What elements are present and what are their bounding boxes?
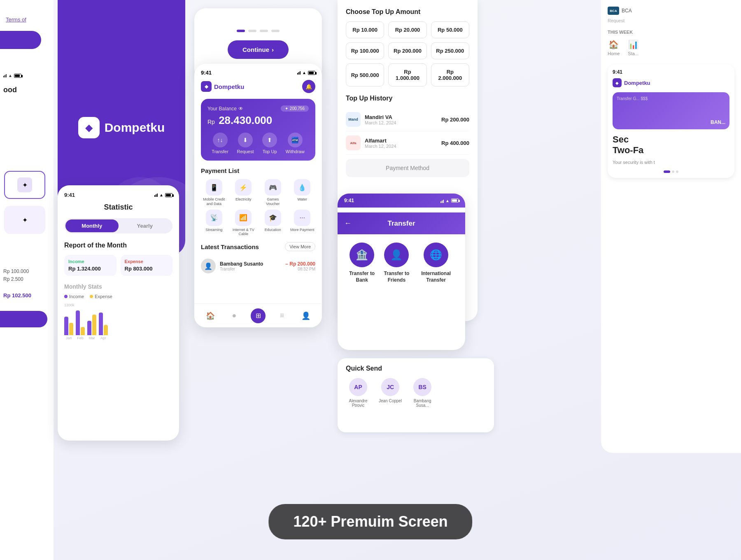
notification-bell[interactable]: 🔔 xyxy=(302,80,315,93)
chart-col-label-4: Apr xyxy=(100,336,106,340)
frp-inner-phone: 9:41 ◆ Dompetku Transfer G... $$$ BAN...… xyxy=(608,64,734,178)
mp-header: ◆ Dompetku 🔔 xyxy=(201,80,315,93)
tx-time: 08:32 PM xyxy=(285,267,315,271)
request-label: Request xyxy=(237,149,254,154)
games-icon: 🎮 xyxy=(265,179,281,196)
stats-signal xyxy=(154,194,158,197)
stats-phone-icons: ▲ xyxy=(154,193,172,197)
withdraw-action[interactable]: 🏧 Withdraw xyxy=(286,133,305,154)
transfer-time: 9:41 xyxy=(344,198,354,203)
topup-amounts-grid: Rp 10.000 Rp 20.000 Rp 50.000 Rp 100.000… xyxy=(346,21,469,86)
amount-250k[interactable]: Rp 250.000 xyxy=(431,42,469,59)
amount-200k[interactable]: Rp 200.000 xyxy=(388,42,426,59)
splash-logo: ◆ Dompetku xyxy=(78,117,165,138)
qs-avatar-3: BS xyxy=(413,378,431,396)
splash-logo-text: Dompetku xyxy=(105,121,165,135)
nav-home[interactable]: 🏠 xyxy=(203,308,218,323)
transfer-to-friends[interactable]: 👤 Transfer to Friends xyxy=(378,243,415,283)
nav-scan[interactable]: ⊞ xyxy=(251,308,266,323)
mp-battery xyxy=(308,71,315,75)
tab-yearly[interactable]: Yearly xyxy=(119,219,172,232)
left-card1-inner: ✦ xyxy=(17,177,32,192)
frp-card-visual: Transfer G... $$$ BAN... xyxy=(613,92,729,129)
quick-send-people: AP Alexandre Ptrovic JC Jean Coppel BS B… xyxy=(346,378,486,408)
request-icon: ⬇ xyxy=(238,133,253,147)
payment-method-button[interactable]: Payment Method xyxy=(346,159,469,177)
payment-streaming[interactable]: 📡 Streaming xyxy=(201,210,227,237)
balance-amount: Rp 28.430.000 xyxy=(207,114,309,127)
payment-games[interactable]: 🎮 Games Voucher xyxy=(260,179,286,206)
bar-expense-3 xyxy=(92,315,96,335)
chart-bars-2 xyxy=(76,310,85,335)
left-strip: Terms of ▲ ood ✦ ✦ Rp 100.000 Rp 2.500 R… xyxy=(0,0,54,560)
balance-card-header: Your Balance 👁 ✦ 200.756 xyxy=(207,105,309,112)
bottom-banner: 120+ Premuim Screen xyxy=(268,504,472,539)
water-icon: 💧 xyxy=(294,179,310,196)
income-label: Income xyxy=(68,259,112,264)
qs-person-1[interactable]: AP Alexandre Ptrovic xyxy=(346,378,370,408)
amount-100k[interactable]: Rp 100.000 xyxy=(346,42,384,59)
qs-person-3[interactable]: BS Bambang Susa... xyxy=(410,378,435,408)
nav-profile[interactable]: 👤 xyxy=(298,308,313,323)
payment-mobile[interactable]: 📱 Mobile Credit and Data xyxy=(201,179,227,206)
left-amounts: Rp 100.000 Rp 2.500 xyxy=(3,268,29,283)
international-icon: 🌐 xyxy=(424,243,448,267)
electricity-label: Electricity xyxy=(235,197,252,202)
tx-info: Bambang Susanto Transfer xyxy=(220,261,281,271)
transfer-options: 🏦 Transfer to Bank 👤 Transfer to Friends… xyxy=(346,243,457,283)
international-label: International Transfer xyxy=(415,271,457,283)
topup-action[interactable]: ⬆ Top Up xyxy=(262,133,277,154)
bank-text: BCA xyxy=(622,8,632,14)
international-transfer[interactable]: 🌐 International Transfer xyxy=(415,243,457,283)
amount-2m[interactable]: Rp 2.000.000 xyxy=(431,63,469,86)
payment-electricity[interactable]: ⚡ Electricity xyxy=(231,179,257,206)
left-purple-button xyxy=(0,31,41,49)
coin-icon: ✦ xyxy=(285,106,288,111)
dot-4 xyxy=(271,30,280,32)
back-button[interactable]: ← xyxy=(344,219,352,228)
qs-person-2[interactable]: JC Jean Coppel xyxy=(379,378,402,403)
history-mandiri: Mand Mandiri VA March 12, 2024 Rp 200.00… xyxy=(346,108,469,131)
mp-logo-icon: ◆ xyxy=(201,81,212,92)
water-label: Water xyxy=(297,197,307,202)
payment-more[interactable]: ··· More Payment xyxy=(289,210,316,237)
chart-y-label: 1200k xyxy=(64,303,172,307)
mobile-icon: 📱 xyxy=(206,179,222,196)
payment-education[interactable]: 🎓 Education xyxy=(260,210,286,237)
secure-sub: Your security is with t xyxy=(613,159,729,166)
transfer-action[interactable]: ↑↓ Transfer xyxy=(212,133,228,154)
request-action[interactable]: ⬇ Request xyxy=(237,133,254,154)
transfer-to-bank[interactable]: 🏦 Transfer to Bank xyxy=(346,243,378,283)
frp-dot-3 xyxy=(676,170,678,173)
continue-button[interactable]: Continue › xyxy=(228,40,289,59)
payment-internet[interactable]: 📶 Internet & TV Cable xyxy=(231,210,257,237)
amount-500k[interactable]: Rp 500.000 xyxy=(346,63,384,86)
wifi-icon: ▲ xyxy=(8,73,12,78)
expense-dot xyxy=(90,295,93,298)
alfamart-info: Alfamart March 12, 2024 xyxy=(365,138,437,149)
qs-name-3: Bambang Susa... xyxy=(410,399,435,408)
quick-send-title: Quick Send xyxy=(346,365,486,372)
games-label: Games Voucher xyxy=(260,197,286,206)
tab-monthly[interactable]: Monthly xyxy=(65,219,119,232)
mandiri-name: Mandiri VA xyxy=(365,114,437,120)
amount-10k[interactable]: Rp 10.000 xyxy=(346,21,384,38)
income-card: Income Rp 1.324.000 xyxy=(64,255,117,276)
chart-bars-1 xyxy=(64,317,73,335)
view-more-button[interactable]: View More xyxy=(285,242,315,251)
payment-water[interactable]: 💧 Water xyxy=(289,179,316,206)
frp-nav-home[interactable]: 🏠 Home xyxy=(608,40,620,56)
amount-1m[interactable]: Rp 1.000.000 xyxy=(388,63,426,86)
payment-grid: 📱 Mobile Credit and Data ⚡ Electricity 🎮… xyxy=(201,179,315,236)
amount-50k[interactable]: Rp 50.000 xyxy=(431,21,469,38)
main-phone: 9:41 ▲ ◆ Dompetku 🔔 Your Balance 👁 xyxy=(194,64,322,327)
frp-nav-stats[interactable]: 📊 Sta... xyxy=(628,40,638,56)
chart-bars-3 xyxy=(87,315,96,335)
mp-signal xyxy=(297,71,301,75)
income-dot xyxy=(64,295,68,298)
nav-stats[interactable]: ● xyxy=(227,308,242,323)
transfer-status-icons: ▲ xyxy=(440,198,459,203)
nav-history[interactable]: ≡ xyxy=(275,308,289,323)
tx-avatar: 👤 xyxy=(201,259,216,273)
amount-20k[interactable]: Rp 20.000 xyxy=(388,21,426,38)
